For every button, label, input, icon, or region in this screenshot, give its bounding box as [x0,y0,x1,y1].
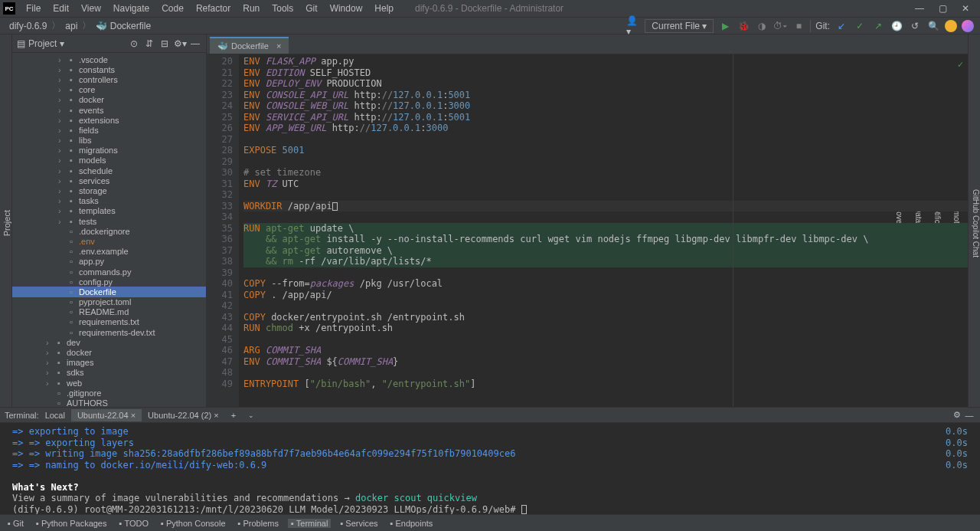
tool-services[interactable]: ▪Services [337,519,381,528]
hide-icon[interactable]: — [189,38,201,50]
menu-window[interactable]: Window [324,2,369,15]
minimize-icon[interactable]: — [908,1,931,16]
tree-item[interactable]: ›▪extensions [12,115,206,125]
tree-item[interactable]: ▫app.py [12,257,206,267]
tree-item[interactable]: ▫.gitignore [12,388,206,398]
close-tab-icon[interactable]: × [276,41,281,51]
menu-tools[interactable]: Tools [266,2,299,15]
tree-item[interactable]: ›▪libs [12,136,206,146]
collapse-icon[interactable]: ⊟ [158,38,171,50]
profile-icon[interactable]: ⏱▾ [773,19,787,33]
tool-endpoints[interactable]: ▪Endpoints [387,519,436,528]
locate-icon[interactable]: ⊙ [128,38,140,50]
tree-item[interactable]: ▫.dockerignore [12,226,206,236]
tree-item[interactable]: ›▪tasks [12,196,206,206]
gear-icon[interactable]: ⚙▾ [174,38,186,50]
tree-item[interactable]: ›▪sdks [12,368,206,378]
menu-refactor[interactable]: Refactor [190,2,237,15]
maximize-icon[interactable]: ▢ [931,1,954,16]
menu-view[interactable]: View [75,2,107,15]
tree-item[interactable]: ▫Dockerfile [12,287,206,297]
tool-terminal[interactable]: ▪Terminal [288,519,331,528]
tree-item[interactable]: ›▪dev [12,337,206,347]
tree-item[interactable]: ›▪storage [12,185,206,195]
terminal-tab[interactable]: Ubuntu-22.04 × [71,409,142,421]
tree-item[interactable]: ›▪models [12,156,206,166]
file-icon: ▫ [54,398,64,407]
tool-todo[interactable]: ▪TODO [116,519,152,528]
tree-item[interactable]: ▫AUTHORS [12,398,206,407]
menu-git[interactable]: Git [299,2,323,15]
tree-item[interactable]: ›▪migrations [12,146,206,156]
tool-python-packages[interactable]: ▪Python Packages [33,519,110,528]
inspections-ok-icon[interactable]: ✓ [958,59,963,70]
tree-item[interactable]: ›▪tests [12,216,206,226]
chevron-right-icon: › [58,196,66,205]
terminal-tab[interactable]: Local [39,409,71,421]
tool-git[interactable]: ▪Git [5,519,27,528]
tree-item[interactable]: ▫requirements.txt [12,317,206,327]
tree-item[interactable]: ›▪.vscode [12,54,206,64]
vcs-commit-icon[interactable]: ✓ [853,19,867,33]
folder-icon: ▪ [66,156,77,165]
folder-icon: ▪ [54,379,64,388]
tree-item[interactable]: ›▪events [12,105,206,115]
tree-item[interactable]: ›▪controllers [12,74,206,84]
user-icon[interactable]: 👤▾ [626,19,640,33]
tree-item[interactable]: ›▪schedule [12,166,206,175]
tree-item[interactable]: ›▪fields [12,125,206,135]
tree-item[interactable]: ▫pyproject.toml [12,297,206,307]
menu-code[interactable]: Code [155,2,190,15]
add-terminal-button[interactable]: + [225,409,242,421]
menu-help[interactable]: Help [368,2,400,15]
tree-item[interactable]: ▫config.py [12,277,206,287]
avatar[interactable] [945,20,957,32]
terminal-tab[interactable]: Ubuntu-22.04 (2) × [142,409,225,421]
tree-item[interactable]: ›▪images [12,358,206,368]
expand-icon[interactable]: ⇵ [143,38,155,50]
stop-button[interactable]: ■ [792,19,805,33]
debug-button[interactable]: 🐞 [737,19,750,33]
vcs-push-icon[interactable]: ↗ [871,19,885,33]
left-tab-project[interactable]: Project [2,210,11,236]
menu-edit[interactable]: Edit [47,2,75,15]
tree-item[interactable]: ›▪templates [12,206,206,216]
breadcrumb[interactable]: dify-0.6.9 [6,21,50,31]
tree-item[interactable]: ›▪services [12,175,206,185]
file-icon: ▫ [66,307,77,316]
gear-icon[interactable]: ⚙ [951,409,963,421]
tree-item[interactable]: ▫commands.py [12,267,206,277]
tool-python-console[interactable]: ▪Python Console [158,519,229,528]
tree-item[interactable]: ›▪constants [12,64,206,74]
tree-item[interactable]: ›▪web [12,378,206,388]
tree-item[interactable]: ▫.env.example [12,247,206,257]
right-tab-copilot[interactable]: GitHub Copilot Chat [972,189,980,257]
hide-icon[interactable]: — [963,409,975,421]
chevron-right-icon: › [58,126,66,135]
tree-item[interactable]: ▫README.md [12,307,206,317]
copilot-icon[interactable] [962,20,974,32]
run-button[interactable]: ▶ [718,19,732,33]
editor-tab[interactable]: 🐳 Dockerfile × [210,37,289,54]
run-config-dropdown[interactable]: Current File ▾ [645,19,714,33]
menu-run[interactable]: Run [237,2,266,15]
tool-problems[interactable]: ▪Problems [235,519,282,528]
terminal-dropdown-icon[interactable]: ⌄ [242,410,260,421]
history-icon[interactable]: 🕘 [890,19,903,33]
tree-item[interactable]: ›▪docker [12,95,206,105]
breadcrumb[interactable]: 🐳 Dockerfile [93,21,154,31]
menu-file[interactable]: File [20,2,47,15]
breadcrumb[interactable]: api [62,21,80,31]
close-icon[interactable]: ✕ [954,1,977,16]
tree-item[interactable]: ▫requirements-dev.txt [12,327,206,337]
tree-item[interactable]: ›▪core [12,85,206,95]
tree-item[interactable]: ›▪docker [12,347,206,357]
coverage-icon[interactable]: ◑ [755,19,769,33]
menu-navigate[interactable]: Navigate [107,2,155,15]
vcs-update-icon[interactable]: ↙ [835,19,848,33]
tree-item[interactable]: ▫.env [12,236,206,246]
folder-icon: ▪ [66,146,77,155]
rollback-icon[interactable]: ↺ [908,19,922,33]
chevron-right-icon: › [58,186,66,195]
search-icon[interactable]: 🔍 [926,19,940,33]
